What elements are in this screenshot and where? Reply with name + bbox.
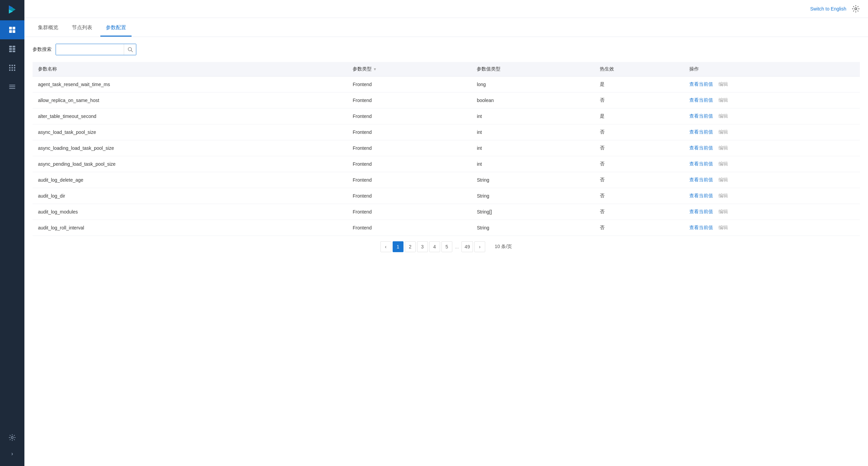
search-input[interactable] (56, 44, 124, 55)
cell-param-value-type: int (471, 140, 594, 156)
cell-hot-effect: 是 (594, 108, 684, 124)
table-row: async_loading_load_task_pool_size Fronte… (33, 140, 860, 156)
pagination-page-3[interactable]: 3 (417, 241, 428, 252)
pagination-page-4[interactable]: 4 (429, 241, 440, 252)
cell-param-type: Frontend (347, 172, 471, 188)
cell-param-name: async_loading_load_task_pool_size (33, 140, 347, 156)
settings-gear-button[interactable] (852, 5, 860, 13)
tab-param-config[interactable]: 参数配置 (100, 24, 132, 37)
view-current-value-link[interactable]: 查看当前值 (689, 129, 713, 135)
sidebar-item-grid[interactable] (0, 39, 24, 58)
svg-rect-3 (9, 27, 12, 29)
edit-link[interactable]: 编辑 (718, 161, 728, 166)
svg-rect-11 (9, 50, 12, 52)
svg-rect-15 (14, 65, 15, 66)
view-current-value-link[interactable]: 查看当前值 (689, 113, 713, 119)
view-current-value-link[interactable]: 查看当前值 (689, 225, 713, 230)
view-current-value-link[interactable]: 查看当前值 (689, 81, 713, 87)
svg-rect-10 (13, 48, 15, 50)
edit-link[interactable]: 编辑 (718, 81, 728, 87)
cell-operations: 查看当前值 编辑 (684, 77, 860, 93)
svg-rect-14 (12, 65, 13, 66)
pagination-page-5[interactable]: 5 (441, 241, 452, 252)
sidebar-bottom: › (0, 428, 24, 466)
cell-param-value-type: int (471, 156, 594, 172)
edit-link[interactable]: 编辑 (718, 209, 728, 214)
pagination-ellipsis: ... (454, 244, 460, 249)
edit-link[interactable]: 编辑 (718, 225, 728, 230)
cell-operations: 查看当前值 编辑 (684, 204, 860, 220)
edit-link[interactable]: 编辑 (718, 113, 728, 119)
param-type-filter-icon[interactable]: ▼ (373, 67, 377, 71)
table-wrap: 参数名称 参数类型 ▼ 参数值类型 热生效 (33, 62, 860, 236)
svg-rect-9 (9, 48, 12, 50)
search-input-wrap (56, 44, 136, 55)
cell-hot-effect: 是 (594, 77, 684, 93)
view-current-value-link[interactable]: 查看当前值 (689, 177, 713, 182)
view-current-value-link[interactable]: 查看当前值 (689, 145, 713, 150)
table-row: audit_log_roll_interval Frontend String … (33, 220, 860, 236)
svg-rect-22 (9, 85, 15, 85)
edit-link[interactable]: 编辑 (718, 97, 728, 103)
cell-param-type: Frontend (347, 140, 471, 156)
pagination-page-1[interactable]: 1 (393, 241, 403, 252)
cell-param-value-type: long (471, 77, 594, 93)
main-content: Switch to English 集群概览 节点列表 参数配置 参数搜索 (24, 0, 868, 466)
svg-rect-23 (9, 86, 15, 87)
pagination-page-last[interactable]: 49 (461, 241, 473, 252)
svg-rect-13 (9, 65, 11, 66)
settings-icon (8, 434, 16, 441)
cell-param-type: Frontend (347, 108, 471, 124)
tab-bar: 集群概览 节点列表 参数配置 (24, 18, 868, 37)
pagination-page-2[interactable]: 2 (405, 241, 416, 252)
cell-param-value-type: String (471, 188, 594, 204)
search-bar: 参数搜索 (33, 44, 860, 55)
cell-operations: 查看当前值 编辑 (684, 140, 860, 156)
edit-link[interactable]: 编辑 (718, 129, 728, 135)
sidebar-item-grid2[interactable] (0, 58, 24, 77)
cell-operations: 查看当前值 编辑 (684, 108, 860, 124)
svg-point-25 (11, 437, 13, 439)
cell-operations: 查看当前值 编辑 (684, 156, 860, 172)
svg-rect-18 (14, 67, 15, 68)
th-operations: 操作 (684, 62, 860, 77)
cell-param-type: Frontend (347, 204, 471, 220)
tab-node-list[interactable]: 节点列表 (66, 24, 98, 37)
cell-param-name: allow_replica_on_same_host (33, 93, 347, 108)
sidebar-item-settings[interactable] (0, 428, 24, 447)
sidebar-item-cluster[interactable] (0, 20, 24, 39)
pagination-bar: ‹ 1 2 3 4 5 ... 49 › 10 条/页 (33, 236, 860, 255)
view-current-value-link[interactable]: 查看当前值 (689, 209, 713, 214)
cell-hot-effect: 否 (594, 156, 684, 172)
table-row: async_load_task_pool_size Frontend int 否… (33, 124, 860, 140)
svg-rect-16 (9, 67, 11, 68)
page-size-label: 10 条/页 (495, 244, 512, 250)
cell-hot-effect: 否 (594, 220, 684, 236)
sidebar: › (0, 0, 24, 466)
view-current-value-link[interactable]: 查看当前值 (689, 161, 713, 166)
cell-operations: 查看当前值 编辑 (684, 124, 860, 140)
search-button[interactable] (124, 44, 136, 55)
sidebar-logo (0, 0, 24, 19)
tab-cluster-overview[interactable]: 集群概览 (33, 24, 64, 37)
view-current-value-link[interactable]: 查看当前值 (689, 97, 713, 103)
switch-language-button[interactable]: Switch to English (810, 6, 846, 12)
cell-param-name: async_load_task_pool_size (33, 124, 347, 140)
content-area: 参数搜索 参数名称 参数类型 (24, 37, 868, 466)
cell-param-name: audit_log_roll_interval (33, 220, 347, 236)
svg-rect-12 (13, 50, 15, 52)
chevron-right-icon: › (11, 451, 13, 457)
pagination-next-button[interactable]: › (474, 241, 485, 252)
edit-link[interactable]: 编辑 (718, 193, 728, 198)
sidebar-expand-button[interactable]: › (0, 447, 24, 461)
pagination-prev-button[interactable]: ‹ (380, 241, 391, 252)
sidebar-item-list[interactable] (0, 77, 24, 96)
table-body: agent_task_resend_wait_time_ms Frontend … (33, 77, 860, 236)
svg-rect-24 (9, 88, 15, 89)
cell-operations: 查看当前值 编辑 (684, 172, 860, 188)
view-current-value-link[interactable]: 查看当前值 (689, 193, 713, 198)
cell-param-value-type: String (471, 172, 594, 188)
edit-link[interactable]: 编辑 (718, 177, 728, 182)
cell-hot-effect: 否 (594, 140, 684, 156)
edit-link[interactable]: 编辑 (718, 145, 728, 150)
